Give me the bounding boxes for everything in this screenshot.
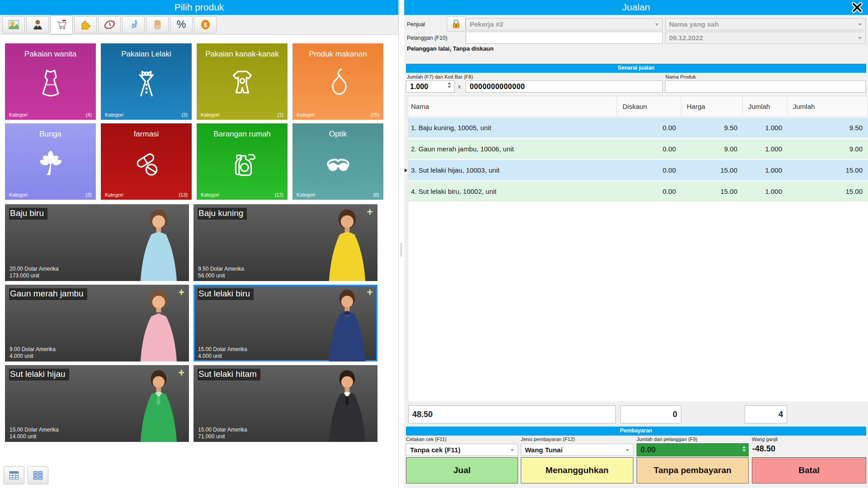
plus-icon: + xyxy=(367,286,373,299)
category-tile-pakaian-kanak[interactable]: Pakaian kanak-kanak Kategori (1) xyxy=(197,43,288,120)
total-discount: 0 xyxy=(620,405,681,423)
row-marker-strip xyxy=(404,96,408,402)
chevron-down-icon xyxy=(655,23,659,26)
percent-icon[interactable]: % xyxy=(170,16,193,33)
product-tile-sut-lelaki-hitam[interactable]: Sut lelaki hitam 15.00 Dolar Amerika 71.… xyxy=(193,365,377,442)
person-icon[interactable] xyxy=(26,16,49,33)
total-quantity: 4 xyxy=(745,405,787,423)
model-photo xyxy=(325,207,369,281)
plus-icon: + xyxy=(179,367,184,379)
current-row-marker-icon xyxy=(405,169,407,172)
payment-type-select[interactable]: Wang Tunai xyxy=(521,444,633,456)
lock-icon[interactable] xyxy=(447,16,466,32)
product-grid: Baju biru 20.00 Dolar Amerika 173.000 un… xyxy=(5,204,377,442)
category-tile-farmasi[interactable]: farmasi Kategori (13) xyxy=(101,123,192,200)
chevron-down-icon xyxy=(858,23,862,26)
chevron-down-icon xyxy=(510,449,514,451)
table-view-icon[interactable] xyxy=(4,466,24,484)
close-icon[interactable] xyxy=(851,1,863,14)
onesie-icon xyxy=(225,66,260,103)
product-tile-sut-lelaki-hijau[interactable]: Sut lelaki hijau + 15.00 Dolar Amerika 1… xyxy=(5,365,189,442)
undo-arrow-icon[interactable] xyxy=(122,16,145,33)
sale-panel: Jualan Penjual Pekerja #2 Nama yang sah … xyxy=(404,0,868,488)
customer-amount-input[interactable]: 0.00 xyxy=(637,443,749,456)
glasses-icon xyxy=(321,146,356,183)
authorized-name-select: Nama yang sah xyxy=(665,18,866,30)
category-tile-barangan-rumah[interactable]: Barangan rumah Kategori (12) xyxy=(197,123,288,200)
clock-icon[interactable] xyxy=(98,16,121,33)
category-tile-pakaian-wanita[interactable]: Pakaian wanita Kategori (4) xyxy=(5,43,96,120)
category-tile-bunga[interactable]: Bunga Kategori (3) xyxy=(5,123,96,200)
pelanggan-label: Pelanggan (F10) xyxy=(407,35,447,41)
table-row[interactable]: 2. Gaun merah jambu, 10006, unit 0.00 9.… xyxy=(408,139,868,159)
product-tile-gaun-merah-jambu[interactable]: Gaun merah jambu + 9.00 Dolar Amerika 4.… xyxy=(5,285,189,361)
chevron-down-icon xyxy=(626,449,629,451)
left-panel-title: Pilih produk xyxy=(0,0,398,15)
table-row[interactable]: 1. Baju kuning, 10005, unit 0.00 9.50 1.… xyxy=(408,117,868,138)
tuxedo-icon xyxy=(129,66,164,103)
sales-list-header: Senarai jualan xyxy=(406,64,866,73)
pills-icon xyxy=(129,146,164,183)
date-select: 09.12.2022 xyxy=(665,32,866,44)
picture-icon[interactable] xyxy=(2,16,25,33)
table-row[interactable]: 4. Sut lelaki biru, 10002, unit 0.00 15.… xyxy=(408,181,868,202)
receipt-print-select[interactable]: Tanpa cek (F11) xyxy=(406,444,518,456)
penjual-label: Penjual xyxy=(407,21,425,28)
product-tile-baju-kuning[interactable]: Baju kuning + 9.50 Dolar Amerika 56.000 … xyxy=(193,204,377,281)
category-grid: Pakaian wanita Kategori (4) Pakaian Lela… xyxy=(5,43,383,200)
cart-icon[interactable] xyxy=(50,15,73,34)
model-photo xyxy=(137,288,181,361)
svg-text:$: $ xyxy=(203,21,207,28)
splitter-grip-icon xyxy=(401,243,402,257)
product-tile-sut-lelaki-biru[interactable]: Sut lelaki biru + 15.00 Dolar Amerika 4.… xyxy=(193,285,377,361)
payment-header: Pembayaran xyxy=(406,427,866,436)
dollar-icon[interactable]: $ xyxy=(194,16,217,33)
product-name-input[interactable] xyxy=(665,80,866,93)
model-photo xyxy=(325,368,369,442)
product-picker-panel: Pilih produk % xyxy=(0,0,399,488)
flower-icon xyxy=(33,146,68,183)
view-switcher xyxy=(4,466,48,484)
hold-button[interactable]: Menangguhkan xyxy=(521,457,633,483)
plus-icon: + xyxy=(367,206,373,218)
chevron-down-icon xyxy=(858,37,862,39)
category-tile-produk-makanan[interactable]: Produk makanan Kategori (25) xyxy=(292,43,383,120)
default-customer-note: Pelanggan lalai, Tanpa diskaun xyxy=(407,45,494,52)
quantity-spinner[interactable] xyxy=(448,82,451,88)
sales-table: Nama Diskaun Harga Jumlah Jumlah 1. Baju… xyxy=(404,96,868,401)
sell-button[interactable]: Jual xyxy=(406,457,518,483)
grid-view-icon[interactable] xyxy=(28,466,48,484)
puzzle-icon[interactable] xyxy=(74,16,97,33)
seller-select: Pekerja #2 xyxy=(466,18,663,30)
change-due-value: -48.50 xyxy=(752,444,775,454)
plus-icon: + xyxy=(179,286,184,299)
household-icon xyxy=(225,146,260,183)
customer-input[interactable] xyxy=(466,32,663,44)
product-tile-baju-biru[interactable]: Baju biru 20.00 Dolar Amerika 173.000 un… xyxy=(5,204,189,281)
product-name-label: Nama Produk xyxy=(665,74,696,80)
model-photo xyxy=(325,288,369,361)
model-photo xyxy=(137,368,181,442)
totals-strip: 48.50 0 4 xyxy=(404,401,868,427)
table-row[interactable]: 3. Sut lelaki hijau, 10003, unit 0.00 15… xyxy=(408,160,868,180)
total-sum: 48.50 xyxy=(408,405,616,423)
right-panel-title: Jualan xyxy=(404,0,868,15)
qty-barcode-label: Jumlah (F7) dan Kod Bar (F8) xyxy=(407,74,473,80)
category-tile-pakaian-lelaki[interactable]: Pakaian Lelaki Kategori (3) xyxy=(101,43,192,120)
panel-splitter[interactable] xyxy=(399,15,404,488)
cancel-button[interactable]: Batal xyxy=(752,457,866,483)
jumlah-pelanggan-label: Jumlah dari pelanggan (F9) xyxy=(637,436,698,442)
dress-icon xyxy=(33,66,68,103)
cetakan-label: Cetakan cek (F11) xyxy=(406,436,447,442)
table-header-row: Nama Diskaun Harga Jumlah Jumlah xyxy=(408,96,868,117)
model-photo xyxy=(137,207,181,281)
no-payment-button[interactable]: Tanpa pembayaran xyxy=(637,457,749,483)
barcode-input[interactable] xyxy=(466,80,663,93)
wang-ganjil-label: Wang ganjil xyxy=(752,436,778,442)
pear-icon xyxy=(321,66,356,103)
category-tile-optik[interactable]: Optik Kategori (6) xyxy=(292,123,383,200)
hand-icon[interactable] xyxy=(146,16,169,33)
jenis-label: Jenis pembayaran (F12) xyxy=(521,436,575,442)
left-toolbar: % $ xyxy=(0,15,398,35)
amount-spinner[interactable] xyxy=(742,446,746,452)
